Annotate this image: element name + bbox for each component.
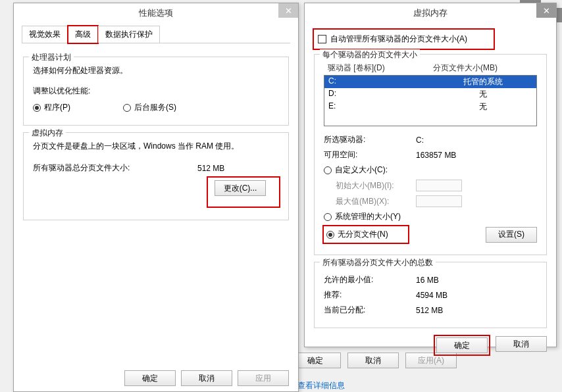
page-header: 分页文件大小(MB) — [433, 62, 533, 74]
cur-label: 当前已分配: — [324, 305, 416, 316]
tab-advanced[interactable]: 高级 — [68, 26, 98, 43]
change-button[interactable]: 更改(C)... — [215, 180, 266, 196]
drive-page: 无 — [434, 89, 532, 100]
titlebar: 虚拟内存 ✕ — [305, 3, 556, 23]
initial-size-input — [416, 180, 462, 191]
vm-desc: 分页文件是硬盘上的一块区域，Windows 当作 RAM 使用。 — [33, 141, 279, 152]
titlebar: 性能选项 ✕ — [14, 3, 298, 23]
total-pagefile-label: 所有驱动器总分页文件大小: — [33, 162, 197, 174]
drive-letter: C: — [328, 76, 434, 87]
radio-system-managed[interactable] — [324, 213, 332, 221]
radio-programs[interactable] — [33, 104, 41, 112]
performance-options-dialog: 性能选项 ✕ 视觉效果 高级 数据执行保护 处理器计划 选择如何分配处理器资源。… — [13, 3, 299, 392]
radio-programs-label: 程序(P) — [44, 102, 123, 113]
drive-row[interactable]: C: 托管的系统 — [324, 76, 536, 88]
available-space-value: 163857 MB — [416, 151, 456, 160]
available-space-label: 可用空间: — [324, 149, 416, 160]
group-title: 虚拟内存 — [29, 128, 66, 139]
rec-value: 4594 MB — [416, 291, 447, 300]
max-size-label: 最大值(MB)(X): — [324, 196, 416, 207]
group-title: 每个驱动器的分页文件大小 — [320, 49, 420, 61]
close-icon[interactable]: ✕ — [536, 3, 556, 18]
auto-manage-label: 自动管理所有驱动器的分页文件大小(A) — [330, 34, 467, 45]
drive-page: 无 — [434, 101, 532, 112]
each-drive-group: 每个驱动器的分页文件大小 驱动器 [卷标](D) 分页文件大小(MB) C: 托… — [314, 54, 547, 255]
dialog-title: 虚拟内存 — [413, 7, 447, 19]
radio-bg-label: 后台服务(S) — [134, 102, 176, 113]
set-button[interactable]: 设置(S) — [486, 227, 537, 243]
radio-custom-label: 自定义大小(C): — [335, 164, 388, 176]
apply-button[interactable]: 应用 — [238, 370, 289, 386]
group-title: 所有驱动器分页文件大小的总数 — [320, 257, 436, 268]
min-value: 16 MB — [416, 276, 439, 285]
drive-letter: D: — [328, 89, 434, 100]
close-icon[interactable]: ✕ — [278, 3, 298, 18]
drive-header: 驱动器 [卷标](D) — [328, 62, 433, 74]
selected-drive-label: 所选驱动器: — [324, 134, 416, 145]
drive-row[interactable]: D: 无 — [324, 88, 536, 101]
totals-group: 所有驱动器分页文件大小的总数 允许的最小值: 16 MB 推荐: 4594 MB… — [314, 262, 547, 328]
radio-custom-size[interactable] — [324, 166, 332, 174]
dialog-title: 性能选项 — [139, 7, 173, 19]
drive-list[interactable]: C: 托管的系统 D: 无 E: 无 — [324, 75, 537, 126]
virtual-memory-dialog: 虚拟内存 ✕ 自动管理所有驱动器的分页文件大小(A) 每个驱动器的分页文件大小 … — [304, 3, 557, 347]
cancel-button[interactable]: 取消 — [181, 370, 232, 386]
radio-background-services[interactable] — [123, 104, 131, 112]
cur-value: 512 MB — [416, 306, 443, 315]
radio-no-pagefile[interactable] — [326, 231, 334, 239]
initial-size-label: 初始大小(MB)(I): — [324, 180, 416, 191]
total-pagefile-value: 512 MB — [197, 164, 224, 173]
drive-row[interactable]: E: 无 — [324, 101, 536, 113]
auto-manage-checkbox[interactable] — [318, 35, 326, 43]
drive-page: 托管的系统 — [434, 76, 532, 87]
min-label: 允许的最小值: — [324, 274, 416, 285]
tab-visual-effects[interactable]: 视觉效果 — [22, 26, 68, 43]
selected-drive-value: C: — [416, 135, 424, 145]
adjust-label: 调整以优化性能: — [33, 86, 279, 97]
cpu-desc: 选择如何分配处理器资源。 — [33, 65, 279, 76]
radio-none-label: 无分页文件(N) — [338, 229, 388, 240]
tab-bar: 视觉效果 高级 数据执行保护 — [22, 26, 290, 43]
cpu-scheduling-group: 处理器计划 选择如何分配处理器资源。 调整以优化性能: 程序(P) 后台服务(S… — [23, 57, 289, 126]
ok-button[interactable]: 确定 — [124, 370, 176, 386]
radio-system-label: 系统管理的大小(Y) — [335, 211, 401, 222]
max-size-input — [416, 195, 462, 207]
cancel-button[interactable]: 取消 — [496, 336, 547, 352]
group-title: 处理器计划 — [29, 52, 74, 63]
ok-button[interactable]: 确定 — [436, 337, 488, 353]
drive-letter: E: — [328, 101, 434, 112]
virtual-memory-group: 虚拟内存 分页文件是硬盘上的一块区域，Windows 当作 RAM 使用。 所有… — [23, 132, 289, 220]
tab-dep[interactable]: 数据执行保护 — [98, 26, 160, 43]
rec-label: 推荐: — [324, 289, 416, 301]
